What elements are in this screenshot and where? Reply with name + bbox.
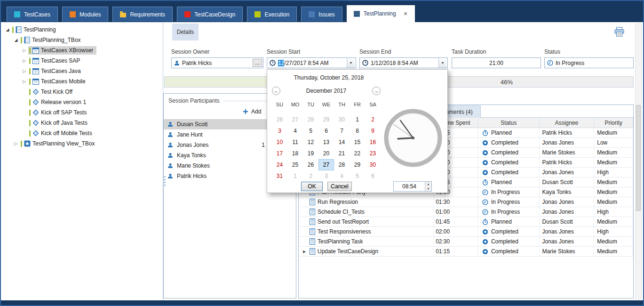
calendar-day[interactable]: 2 (303, 170, 318, 182)
expand-arrow-icon[interactable]: ▷ (23, 48, 26, 53)
calendar-day[interactable]: 11 (287, 137, 303, 148)
app-tab-requirements[interactable]: Requirements (112, 7, 173, 22)
calendar-day[interactable]: 15 (350, 137, 365, 148)
calendar-day[interactable]: 31 (272, 170, 287, 182)
calendar-day[interactable]: 26 (272, 114, 287, 125)
next-month-icon[interactable]: → (372, 87, 381, 95)
calendar-day[interactable]: 10 (272, 137, 287, 148)
status-input[interactable]: In Progress (544, 57, 634, 68)
cancel-button[interactable]: Cancel (327, 182, 352, 191)
spinner-down-icon[interactable]: ▼ (425, 186, 431, 191)
previous-month-icon[interactable]: ← (272, 87, 280, 95)
task-row[interactable]: TestPlanning Task02:30CompletedJonas Jon… (299, 237, 633, 247)
calendar-day[interactable]: 5 (350, 170, 365, 182)
calendar-day[interactable]: 30 (365, 159, 381, 170)
session-owner-input[interactable]: Patrik Hicks … (171, 57, 263, 68)
owner-browse-button[interactable]: … (253, 59, 262, 67)
calendar-day[interactable]: 30 (334, 114, 350, 125)
tab-details[interactable]: Details (172, 24, 199, 40)
spinner-up-icon[interactable]: ▲ (425, 182, 431, 186)
sidebar-splitter-handle[interactable] (163, 174, 167, 187)
session-end-dropdown-icon[interactable]: ▼ (438, 58, 446, 68)
tree-item-testcases-xbrowser[interactable]: ▷TestCases XBrowser (2, 45, 163, 56)
collapse-arrow-icon[interactable]: ◢ (6, 27, 9, 32)
tree-item-test-kick-off[interactable]: Test Kick Off (2, 87, 163, 97)
app-tab-testcasedesign[interactable]: TestCaseDesign (177, 7, 243, 22)
add-participant-button[interactable]: Add (243, 108, 261, 115)
calendar-day[interactable]: 28 (303, 114, 318, 125)
calendar-day[interactable]: 5 (303, 125, 318, 137)
expand-arrow-icon[interactable]: ▷ (23, 58, 26, 63)
calendar-day[interactable]: 3 (272, 125, 287, 137)
task-row[interactable]: Run Regression01:30In ProgressJonas Jone… (299, 197, 633, 207)
calendar-day[interactable]: 29 (350, 159, 365, 170)
tree-item-kick-off-java-tests[interactable]: Kick off Java Tests (2, 118, 163, 128)
task-row[interactable]: Schedule CI_Tests01:00In ProgressJonas J… (299, 207, 633, 217)
time-spinner[interactable]: 08:54 ▲ ▼ (393, 181, 432, 192)
calendar-day[interactable]: 22 (350, 148, 365, 159)
calendar-day[interactable]: 29 (318, 114, 334, 125)
calendar-day[interactable]: 17 (272, 148, 287, 159)
calendar-day[interactable]: 24 (272, 159, 287, 170)
calendar-day[interactable]: 6 (365, 170, 381, 182)
column-header-status[interactable]: Status (478, 118, 540, 128)
expand-arrow-icon[interactable]: ▷ (23, 69, 26, 73)
calendar-day[interactable]: 2 (365, 114, 381, 125)
app-tab-testplanning[interactable]: TestPlanning✕ (347, 5, 415, 22)
app-tab-execution[interactable]: Execution (247, 7, 297, 22)
app-tab-modules[interactable]: Modules (62, 7, 108, 22)
column-header-priority[interactable]: Priority (594, 118, 633, 128)
session-end-input[interactable]: 1/12/2018 8:54 AM ▼ (359, 57, 448, 68)
calendar-day[interactable]: 21 (334, 148, 350, 159)
calendar-day[interactable]: 8 (350, 125, 365, 137)
calendar-day[interactable]: 19 (303, 148, 318, 159)
row-expand-arrow-icon[interactable]: ▶ (302, 250, 307, 254)
tree-item-kick-off-mobile-tests[interactable]: Kick off Mobile Tests (2, 128, 163, 138)
calendar-day[interactable]: 18 (287, 148, 303, 159)
expand-arrow-icon[interactable]: ▷ (23, 79, 26, 84)
calendar-day[interactable]: 25 (287, 159, 303, 170)
calendar-day[interactable]: 1 (287, 170, 303, 182)
tree-item-testplanning[interactable]: ◢TestPlanning (2, 24, 163, 35)
tree-item-testplanning-tbox[interactable]: ◢TestPlanning_TBox (2, 35, 163, 45)
session-start-input[interactable]: 12/27/2017 8:54 AM ▼ (267, 57, 356, 68)
calendar-day[interactable]: 16 (365, 137, 381, 148)
app-tab-testcases[interactable]: TestCases (7, 7, 58, 22)
tree-item-testcases-sap[interactable]: ▷TestCases SAP (2, 56, 163, 66)
collapse-arrow-icon[interactable]: ◢ (15, 38, 18, 42)
tree-item-kick-off-sap-tests[interactable]: Kick off SAP Tests (2, 107, 163, 118)
close-tab-icon[interactable]: ✕ (404, 11, 408, 17)
print-icon[interactable] (614, 27, 625, 37)
calendar-day[interactable]: 26 (303, 159, 318, 170)
scrollbar-thumb[interactable] (636, 105, 641, 211)
calendar-day[interactable]: 7 (334, 125, 350, 137)
vertical-scrollbar[interactable] (635, 24, 642, 299)
calendar-day[interactable]: 9 (365, 125, 381, 137)
calendar-day-selected[interactable]: 27 (318, 159, 334, 170)
calendar-day[interactable]: 14 (334, 137, 350, 148)
task-row[interactable]: ▶Update TestCaseDesign01:15CompletedMari… (299, 247, 633, 257)
tree-item-testcases-java[interactable]: ▷TestCases Java (2, 66, 163, 76)
task-row[interactable]: Send out TestReport01:45PlannedDusan Sco… (299, 217, 633, 227)
calendar-day[interactable]: 3 (318, 170, 334, 182)
calendar-day[interactable]: 28 (334, 159, 350, 170)
calendar-day[interactable]: 27 (287, 114, 303, 125)
calendar-day[interactable]: 20 (318, 148, 334, 159)
column-header-assignee[interactable]: Assignee (540, 118, 595, 128)
task-row[interactable]: Test Responsiveness02:00CompletedJonas J… (299, 227, 633, 237)
calendar-day[interactable]: 13 (318, 137, 334, 148)
ok-button[interactable]: OK (301, 182, 323, 191)
app-tab-issues[interactable]: Issues (301, 7, 342, 22)
task-duration-input[interactable]: 21:00 (452, 57, 541, 68)
tree-item-release-version-1[interactable]: Release version 1 (2, 97, 163, 107)
calendar-day[interactable]: 12 (303, 137, 318, 148)
tree-item-testcases-mobile[interactable]: ▷TestCases Mobile (2, 76, 163, 87)
expand-arrow-icon[interactable]: ▷ (15, 141, 18, 146)
calendar-day[interactable]: 4 (287, 125, 303, 137)
calendar-day[interactable]: 1 (350, 114, 365, 125)
tree-item-testplanning-view-tbox[interactable]: ▷TestPlanning View_TBox (2, 138, 163, 149)
calendar-day[interactable]: 23 (365, 148, 381, 159)
calendar-day[interactable]: 4 (334, 170, 350, 182)
session-start-dropdown-icon[interactable]: ▼ (347, 58, 355, 68)
calendar-day[interactable]: 6 (318, 125, 334, 137)
